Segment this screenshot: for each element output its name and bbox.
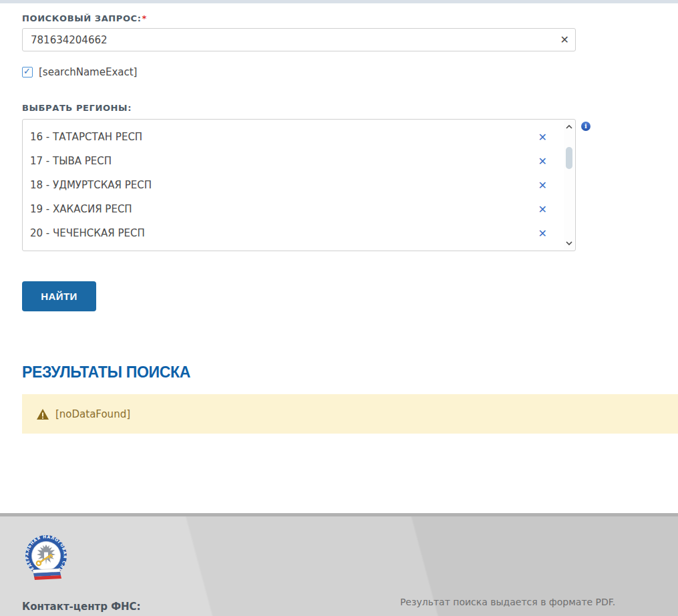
region-label: 20 - ЧЕЧЕНСКАЯ РЕСП	[30, 227, 538, 239]
scroll-down-icon[interactable]	[565, 239, 573, 247]
remove-region-icon[interactable]: ✕	[538, 155, 547, 168]
search-input-wrap: ✕	[22, 28, 576, 51]
search-form: ПОИСКОВЫЙ ЗАПРОС:* ✕ ✓ [searchNameExact]…	[0, 13, 678, 434]
warning-triangle-icon	[37, 409, 49, 420]
info-icon[interactable]: i	[581, 122, 590, 131]
search-query-label-text: ПОИСКОВЫЙ ЗАПРОС:	[22, 13, 142, 23]
clear-input-icon[interactable]: ✕	[560, 33, 569, 47]
checkmark-icon: ✓	[23, 66, 31, 76]
top-accent-bar	[0, 0, 678, 3]
region-label: 17 - ТЫВА РЕСП	[30, 155, 538, 167]
footer-contact-label: Контакт-центр ФНС:	[22, 601, 141, 613]
footer-pdf-note: Результат поиска выдается в формате PDF.	[394, 597, 621, 607]
find-button[interactable]: НАЙТИ	[22, 281, 96, 311]
warning-message: [noDataFound]	[55, 408, 130, 420]
selected-regions-listbox: 16 - ТАТАРСТАН РЕСП ✕ 17 - ТЫВА РЕСП ✕ 1…	[22, 119, 576, 251]
scrollbar-thumb[interactable]	[566, 147, 572, 169]
listbox-scrollbar[interactable]	[564, 120, 574, 250]
search-query-label: ПОИСКОВЫЙ ЗАПРОС:*	[22, 13, 678, 23]
region-list-item[interactable]: 16 - ТАТАРСТАН РЕСП ✕	[23, 125, 575, 149]
footer-body: ФЕДЕРАЛЬНАЯ НАЛОГОВАЯ СЛУЖБА Контакт-це	[0, 516, 678, 616]
region-list-item[interactable]: 18 - УДМУРТСКАЯ РЕСП ✕	[23, 173, 575, 197]
results-heading: РЕЗУЛЬТАТЫ ПОИСКА	[22, 363, 678, 381]
region-label: 19 - ХАКАСИЯ РЕСП	[30, 203, 538, 215]
region-list-item[interactable]: 17 - ТЫВА РЕСП ✕	[23, 149, 575, 173]
remove-region-icon[interactable]: ✕	[538, 203, 547, 216]
fns-logo: ФЕДЕРАЛЬНАЯ НАЛОГОВАЯ СЛУЖБА	[25, 535, 67, 581]
required-asterisk: *	[142, 13, 147, 23]
region-list-item[interactable]: 19 - ХАКАСИЯ РЕСП ✕	[23, 197, 575, 221]
region-label: 18 - УДМУРТСКАЯ РЕСП	[30, 179, 538, 191]
search-name-exact-label[interactable]: [searchNameExact]	[39, 66, 137, 78]
regions-label: ВЫБРАТЬ РЕГИОНЫ:	[22, 103, 678, 113]
remove-region-icon[interactable]: ✕	[538, 131, 547, 144]
region-list-item[interactable]: 20 - ЧЕЧЕНСКАЯ РЕСП ✕	[23, 221, 575, 245]
footer: ФЕДЕРАЛЬНАЯ НАЛОГОВАЯ СЛУЖБА Контакт-це	[0, 513, 678, 616]
search-input[interactable]	[23, 29, 575, 51]
remove-region-icon[interactable]: ✕	[538, 179, 547, 192]
scroll-up-icon[interactable]	[565, 123, 573, 131]
remove-region-icon[interactable]: ✕	[538, 227, 547, 240]
search-name-exact-row: ✓ [searchNameExact]	[22, 66, 678, 78]
region-label: 16 - ТАТАРСТАН РЕСП	[30, 131, 538, 143]
no-data-warning: [noDataFound]	[22, 394, 678, 434]
flag-ribbon	[33, 569, 61, 580]
search-name-exact-checkbox[interactable]: ✓	[22, 67, 33, 78]
